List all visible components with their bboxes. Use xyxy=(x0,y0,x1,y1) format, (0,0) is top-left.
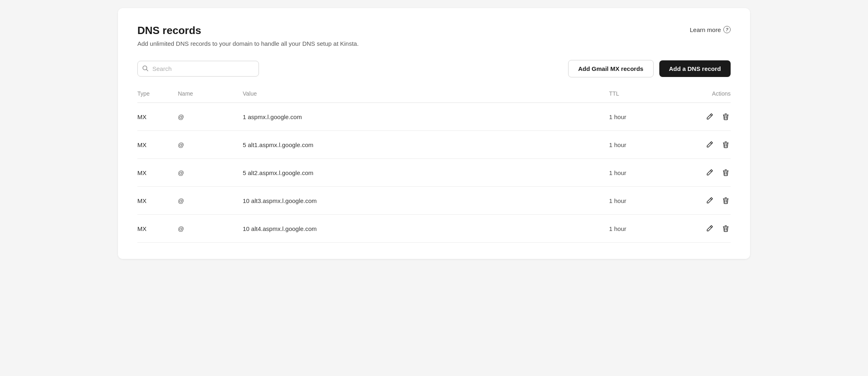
actions-group xyxy=(682,224,731,233)
help-icon: ? xyxy=(723,26,731,33)
cell-value: 10 alt3.aspmx.l.google.com xyxy=(243,187,609,215)
learn-more-link[interactable]: Learn more ? xyxy=(690,26,731,33)
delete-icon xyxy=(722,113,730,121)
actions-group xyxy=(682,140,731,150)
cell-ttl: 1 hour xyxy=(609,103,682,131)
delete-button[interactable] xyxy=(721,140,731,150)
cell-value: 1 aspmx.l.google.com xyxy=(243,103,609,131)
cell-ttl: 1 hour xyxy=(609,187,682,215)
cell-ttl: 1 hour xyxy=(609,131,682,159)
cell-ttl: 1 hour xyxy=(609,215,682,243)
cell-name: @ xyxy=(178,215,243,243)
edit-icon xyxy=(706,197,714,205)
dns-records-table: Type Name Value TTL Actions MX @ 1 aspmx… xyxy=(137,90,731,243)
delete-icon xyxy=(722,169,730,177)
delete-icon xyxy=(722,197,730,205)
cell-actions xyxy=(682,103,731,131)
delete-button[interactable] xyxy=(721,112,731,122)
col-header-ttl: TTL xyxy=(609,90,682,103)
actions-group xyxy=(682,196,731,205)
edit-icon xyxy=(706,169,714,177)
table-row: MX @ 5 alt1.aspmx.l.google.com 1 hour xyxy=(137,131,731,159)
svg-line-2 xyxy=(710,115,712,116)
page-subtitle: Add unlimited DNS records to your domain… xyxy=(137,40,359,47)
add-gmail-mx-button[interactable]: Add Gmail MX records xyxy=(568,60,654,77)
edit-icon xyxy=(706,224,714,233)
search-wrapper xyxy=(137,61,259,77)
svg-line-6 xyxy=(710,143,712,144)
actions-group xyxy=(682,168,731,177)
cell-type: MX xyxy=(137,159,178,187)
header: DNS records Add unlimited DNS records to… xyxy=(137,24,731,47)
edit-button[interactable] xyxy=(705,140,714,150)
table-row: MX @ 10 alt4.aspmx.l.google.com 1 hour xyxy=(137,215,731,243)
table-row: MX @ 10 alt3.aspmx.l.google.com 1 hour xyxy=(137,187,731,215)
cell-value: 5 alt1.aspmx.l.google.com xyxy=(243,131,609,159)
add-dns-record-button[interactable]: Add a DNS record xyxy=(659,60,731,77)
table-header-row: Type Name Value TTL Actions xyxy=(137,90,731,103)
cell-actions xyxy=(682,215,731,243)
cell-type: MX xyxy=(137,215,178,243)
svg-line-1 xyxy=(147,69,148,71)
cell-type: MX xyxy=(137,187,178,215)
svg-line-10 xyxy=(710,171,712,172)
page-title: DNS records xyxy=(137,24,359,37)
table-row: MX @ 5 alt2.aspmx.l.google.com 1 hour xyxy=(137,159,731,187)
cell-value: 10 alt4.aspmx.l.google.com xyxy=(243,215,609,243)
buttons-group: Add Gmail MX records Add a DNS record xyxy=(568,60,731,77)
delete-button[interactable] xyxy=(721,168,731,177)
svg-line-18 xyxy=(710,226,712,228)
main-container: DNS records Add unlimited DNS records to… xyxy=(118,8,750,259)
learn-more-label: Learn more xyxy=(690,26,721,33)
cell-value: 5 alt2.aspmx.l.google.com xyxy=(243,159,609,187)
cell-name: @ xyxy=(178,187,243,215)
cell-ttl: 1 hour xyxy=(609,159,682,187)
edit-icon xyxy=(706,113,714,121)
cell-name: @ xyxy=(178,131,243,159)
delete-button[interactable] xyxy=(721,224,731,233)
col-header-name: Name xyxy=(178,90,243,103)
cell-type: MX xyxy=(137,131,178,159)
cell-name: @ xyxy=(178,159,243,187)
table-row: MX @ 1 aspmx.l.google.com 1 hour xyxy=(137,103,731,131)
col-header-value: Value xyxy=(243,90,609,103)
search-input[interactable] xyxy=(137,61,259,77)
edit-button[interactable] xyxy=(705,168,714,177)
toolbar: Add Gmail MX records Add a DNS record xyxy=(137,60,731,77)
header-left: DNS records Add unlimited DNS records to… xyxy=(137,24,359,47)
cell-actions xyxy=(682,131,731,159)
delete-button[interactable] xyxy=(721,196,731,205)
delete-icon xyxy=(722,224,730,233)
cell-actions xyxy=(682,159,731,187)
cell-actions xyxy=(682,187,731,215)
col-header-type: Type xyxy=(137,90,178,103)
edit-icon xyxy=(706,141,714,149)
edit-button[interactable] xyxy=(705,112,714,122)
col-header-actions: Actions xyxy=(682,90,731,103)
actions-group xyxy=(682,112,731,122)
edit-button[interactable] xyxy=(705,224,714,233)
svg-line-14 xyxy=(710,199,712,200)
cell-type: MX xyxy=(137,103,178,131)
search-icon xyxy=(142,65,148,73)
edit-button[interactable] xyxy=(705,196,714,205)
cell-name: @ xyxy=(178,103,243,131)
delete-icon xyxy=(722,141,730,149)
